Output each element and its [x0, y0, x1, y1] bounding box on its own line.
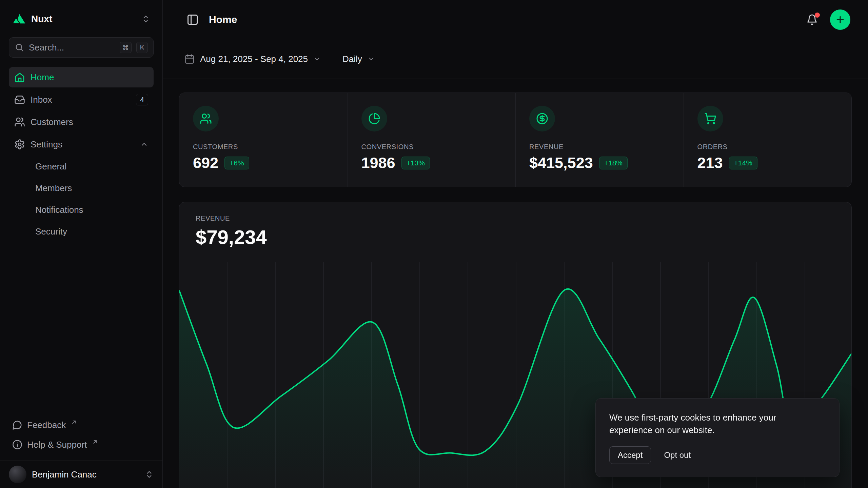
sidebar-item-customers[interactable]: Customers: [9, 112, 154, 132]
sidebar: Nuxt ⌘ K Home Inb: [0, 0, 163, 488]
topbar: Home: [163, 0, 868, 39]
date-range-label: Aug 21, 2025 - Sep 4, 2025: [200, 54, 308, 64]
chevron-up-icon: [140, 140, 148, 148]
stat-label: CUSTOMERS: [193, 143, 334, 151]
notification-dot: [815, 13, 820, 18]
kbd-cmd: ⌘: [120, 42, 132, 53]
help-support-label: Help & Support: [27, 440, 87, 450]
accept-cookies-button[interactable]: Accept: [609, 446, 651, 464]
sidebar-footer: Feedback Help & Support: [9, 415, 154, 454]
sidebar-toggle-button[interactable]: [184, 12, 201, 28]
stat-orders: ORDERS 213 +14%: [684, 93, 852, 187]
sidebar-nav: Home Inbox 4 Customers Settings: [9, 67, 154, 241]
sub-item-label: Notifications: [35, 205, 83, 215]
revenue-card-label: REVENUE: [196, 215, 835, 222]
stat-label: CONVERSIONS: [361, 143, 502, 151]
users-icon: [193, 106, 219, 131]
pie-chart-icon: [361, 106, 387, 131]
cart-icon: [697, 106, 723, 131]
sidebar-item-general[interactable]: General: [9, 157, 154, 176]
sub-item-label: General: [35, 161, 67, 172]
stat-value: 692: [193, 154, 218, 172]
inbox-count-badge: 4: [136, 94, 148, 105]
info-icon: [12, 440, 22, 450]
notifications-button[interactable]: [804, 12, 820, 27]
feedback-link[interactable]: Feedback: [9, 415, 154, 435]
search-input[interactable]: [29, 42, 115, 53]
message-circle-icon: [12, 420, 22, 430]
stat-delta-badge: +14%: [729, 157, 757, 169]
panel-left-icon: [186, 14, 199, 26]
chevron-down-icon: [368, 55, 375, 63]
page-title: Home: [209, 14, 237, 25]
granularity-label: Daily: [342, 54, 362, 64]
stat-label: ORDERS: [697, 143, 838, 151]
sidebar-item-label: Settings: [31, 139, 62, 150]
stat-value: 213: [697, 154, 723, 172]
opt-out-button[interactable]: Opt out: [664, 447, 691, 464]
stat-delta-badge: +18%: [599, 157, 628, 169]
sidebar-item-security[interactable]: Security: [9, 222, 154, 241]
sidebar-item-home[interactable]: Home: [9, 67, 154, 87]
gear-icon: [14, 139, 25, 150]
search-icon: [15, 43, 24, 52]
dollar-circle-icon: [529, 106, 555, 131]
stat-delta-badge: +13%: [401, 157, 430, 169]
sub-item-label: Security: [35, 226, 67, 237]
plus-icon: [835, 15, 845, 25]
topbar-actions: [804, 9, 850, 30]
granularity-select[interactable]: Daily: [342, 54, 375, 64]
stats-row: CUSTOMERS 692 +6% CONVERSIONS 1986 +13%: [179, 93, 852, 187]
sub-item-label: Members: [35, 183, 72, 194]
sidebar-item-label: Inbox: [31, 95, 52, 105]
users-icon: [14, 117, 25, 127]
home-icon: [14, 72, 25, 83]
team-name: Nuxt: [31, 14, 52, 24]
stat-label: REVENUE: [529, 143, 670, 151]
stat-revenue: REVENUE $415,523 +18%: [515, 93, 684, 187]
team-switcher[interactable]: Nuxt: [9, 8, 154, 30]
chevrons-up-down-icon: [141, 15, 150, 23]
stat-customers: CUSTOMERS 692 +6%: [179, 93, 348, 187]
external-link-icon: [92, 439, 98, 445]
help-support-link[interactable]: Help & Support: [9, 435, 154, 454]
feedback-label: Feedback: [27, 420, 66, 430]
stat-conversions: CONVERSIONS 1986 +13%: [348, 93, 516, 187]
user-menu[interactable]: Benjamin Canac: [0, 461, 162, 488]
sidebar-item-notifications[interactable]: Notifications: [9, 200, 154, 220]
external-link-icon: [71, 420, 77, 425]
user-name: Benjamin Canac: [32, 469, 97, 480]
stat-delta-badge: +6%: [224, 157, 249, 169]
sidebar-item-members[interactable]: Members: [9, 178, 154, 198]
nuxt-logo-icon: [12, 12, 26, 26]
kbd-k: K: [136, 42, 148, 53]
date-range-picker[interactable]: Aug 21, 2025 - Sep 4, 2025: [184, 54, 321, 64]
sidebar-item-settings[interactable]: Settings: [9, 134, 154, 155]
search-box[interactable]: ⌘ K: [9, 37, 154, 58]
cookie-consent-toast: We use first-party cookies to enhance yo…: [595, 398, 840, 477]
avatar: [9, 466, 26, 483]
chevron-down-icon: [313, 55, 321, 63]
cookie-message: We use first-party cookies to enhance yo…: [609, 411, 813, 437]
stat-value: $415,523: [529, 154, 593, 172]
chevrons-up-down-icon: [145, 470, 154, 479]
calendar-icon: [184, 54, 195, 64]
sidebar-item-label: Home: [31, 72, 54, 83]
filters-toolbar: Aug 21, 2025 - Sep 4, 2025 Daily: [163, 39, 868, 79]
revenue-card-value: $79,234: [196, 226, 835, 248]
inbox-icon: [14, 94, 25, 105]
sidebar-spacer: [0, 241, 162, 415]
add-button[interactable]: [830, 9, 850, 30]
stat-value: 1986: [361, 154, 395, 172]
sidebar-item-inbox[interactable]: Inbox 4: [9, 89, 154, 110]
sidebar-item-label: Customers: [31, 117, 73, 127]
